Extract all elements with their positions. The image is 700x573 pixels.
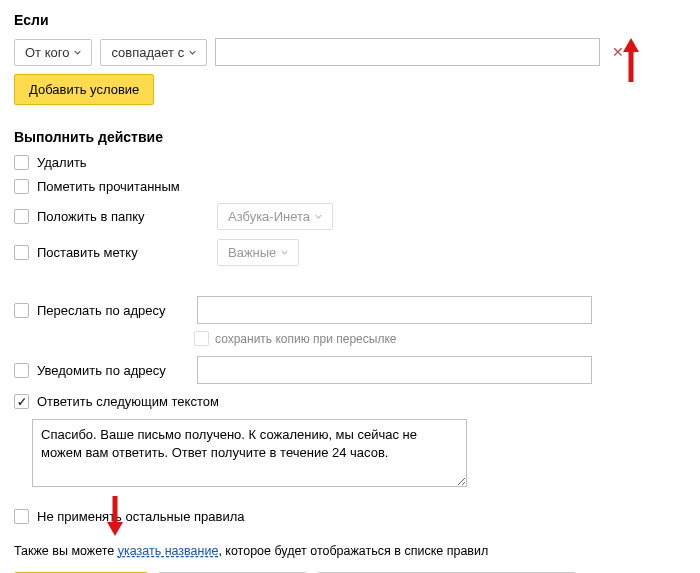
set-label-checkbox[interactable] [14, 245, 29, 260]
hint-before: Также вы можете [14, 544, 118, 558]
reply-checkbox[interactable] [14, 394, 29, 409]
forward-address-input[interactable] [197, 296, 592, 324]
forward-keep-label: сохранить копию при пересылке [215, 332, 396, 346]
remove-condition-icon[interactable]: ✕ [612, 44, 624, 60]
folder-select[interactable]: Азбука-Инета [217, 203, 333, 230]
mark-read-label: Пометить прочитанным [37, 179, 180, 194]
chevron-down-icon [281, 249, 288, 256]
delete-checkbox[interactable] [14, 155, 29, 170]
label-select[interactable]: Важные [217, 239, 299, 266]
move-folder-label: Положить в папку [37, 209, 145, 224]
no-other-rules-label: Не применять остальные правила [37, 509, 244, 524]
move-folder-checkbox[interactable] [14, 209, 29, 224]
match-select[interactable]: совпадает с [100, 39, 207, 66]
delete-label: Удалить [37, 155, 87, 170]
chevron-down-icon [74, 49, 81, 56]
notify-address-input[interactable] [197, 356, 592, 384]
action-title: Выполнить действие [14, 129, 686, 145]
forward-checkbox[interactable] [14, 303, 29, 318]
field-select-label: От кого [25, 45, 69, 60]
set-label-label: Поставить метку [37, 245, 138, 260]
mark-read-checkbox[interactable] [14, 179, 29, 194]
field-select[interactable]: От кого [14, 39, 92, 66]
condition-title: Если [14, 12, 686, 28]
hint-after: , которое будет отображаться в списке пр… [218, 544, 488, 558]
name-hint: Также вы можете указать название, которо… [14, 544, 686, 558]
reply-label: Ответить следующим текстом [37, 394, 219, 409]
notify-label: Уведомить по адресу [37, 363, 166, 378]
chevron-down-icon [315, 213, 322, 220]
condition-value-input[interactable] [215, 38, 600, 66]
forward-keep-checkbox[interactable] [194, 331, 209, 346]
set-name-link[interactable]: указать название [118, 544, 219, 558]
label-select-label: Важные [228, 245, 276, 260]
match-select-label: совпадает с [111, 45, 184, 60]
forward-label: Переслать по адресу [37, 303, 166, 318]
no-other-rules-checkbox[interactable] [14, 509, 29, 524]
notify-checkbox[interactable] [14, 363, 29, 378]
folder-select-label: Азбука-Инета [228, 209, 310, 224]
reply-text-input[interactable] [32, 419, 467, 487]
add-condition-button[interactable]: Добавить условие [14, 74, 154, 105]
chevron-down-icon [189, 49, 196, 56]
